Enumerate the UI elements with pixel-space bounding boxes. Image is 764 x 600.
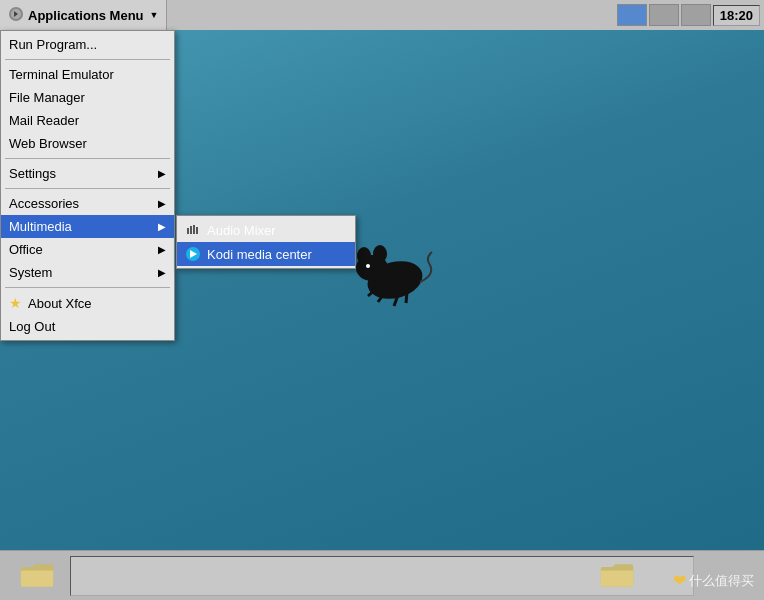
app-menu-label: Applications Menu	[28, 8, 144, 23]
about-xfce-label: About Xfce	[28, 296, 166, 311]
folder-icon-left	[19, 560, 55, 592]
multimedia-submenu: Audio Mixer Kodi media center	[176, 215, 356, 269]
svg-point-3	[373, 245, 387, 263]
file-manager-label: File Manager	[9, 90, 166, 105]
svg-point-4	[366, 264, 370, 268]
separator-4	[5, 287, 170, 288]
watermark: ❤ 什么值得买	[673, 571, 754, 590]
applications-menu: Run Program... Terminal Emulator File Ma…	[0, 30, 175, 341]
separator-3	[5, 188, 170, 189]
svg-rect-11	[187, 228, 189, 234]
multimedia-arrow: ▶	[158, 221, 166, 232]
settings-arrow: ▶	[158, 168, 166, 179]
multimedia-label: Multimedia	[9, 219, 158, 234]
folder-button-right[interactable]	[592, 554, 642, 598]
kodi-icon	[185, 246, 201, 262]
svg-rect-12	[190, 226, 192, 234]
svg-point-2	[357, 247, 371, 265]
office-label: Office	[9, 242, 158, 257]
menu-item-web-browser[interactable]: Web Browser	[1, 132, 174, 155]
menu-item-terminal[interactable]: Terminal Emulator	[1, 63, 174, 86]
app-menu-icon	[8, 6, 24, 25]
folder-icon-right	[599, 560, 635, 592]
submenu-item-audio-mixer[interactable]: Audio Mixer	[177, 218, 355, 242]
accessories-label: Accessories	[9, 196, 158, 211]
menu-item-office[interactable]: Office ▶	[1, 238, 174, 261]
taskbar-top: Applications Menu ▼ 18:20	[0, 0, 764, 30]
svg-rect-14	[196, 227, 198, 234]
kodi-label: Kodi media center	[207, 247, 347, 262]
office-arrow: ▶	[158, 244, 166, 255]
terminal-label: Terminal Emulator	[9, 67, 166, 82]
menu-item-log-out[interactable]: Log Out	[1, 315, 174, 338]
clock: 18:20	[713, 5, 760, 26]
menu-item-accessories[interactable]: Accessories ▶	[1, 192, 174, 215]
menu-item-multimedia[interactable]: Multimedia ▶ Audio Mixer	[1, 215, 174, 238]
menu-item-about-xfce[interactable]: ★ About Xfce	[1, 291, 174, 315]
submenu-item-kodi[interactable]: Kodi media center	[177, 242, 355, 266]
mail-reader-label: Mail Reader	[9, 113, 166, 128]
menu-item-settings[interactable]: Settings ▶	[1, 162, 174, 185]
systray: 18:20	[613, 4, 764, 26]
watermark-text: 什么值得买	[689, 572, 754, 590]
audio-mixer-label: Audio Mixer	[207, 223, 347, 238]
system-arrow: ▶	[158, 267, 166, 278]
menu-item-system[interactable]: System ▶	[1, 261, 174, 284]
app-menu-arrow: ▼	[150, 10, 159, 20]
mouse-illustration	[350, 240, 440, 310]
log-out-label: Log Out	[9, 319, 166, 334]
run-program-label: Run Program...	[9, 37, 166, 52]
menu-item-run-program[interactable]: Run Program...	[1, 33, 174, 56]
tray-button-1[interactable]	[617, 4, 647, 26]
star-icon: ★	[9, 295, 22, 311]
app-menu-button[interactable]: Applications Menu ▼	[0, 0, 167, 30]
tray-button-2[interactable]	[649, 4, 679, 26]
folder-button-left[interactable]	[12, 554, 62, 598]
svg-rect-13	[193, 225, 195, 234]
watermark-icon: ❤	[673, 571, 686, 590]
accessories-arrow: ▶	[158, 198, 166, 209]
separator-2	[5, 158, 170, 159]
taskbar-bottom: ❤ 什么值得买	[0, 550, 764, 600]
menu-item-file-manager[interactable]: File Manager	[1, 86, 174, 109]
settings-label: Settings	[9, 166, 158, 181]
web-browser-label: Web Browser	[9, 136, 166, 151]
audio-mixer-icon	[185, 222, 201, 238]
system-label: System	[9, 265, 158, 280]
svg-line-7	[406, 292, 407, 303]
menu-item-mail-reader[interactable]: Mail Reader	[1, 109, 174, 132]
tray-button-3[interactable]	[681, 4, 711, 26]
separator-1	[5, 59, 170, 60]
